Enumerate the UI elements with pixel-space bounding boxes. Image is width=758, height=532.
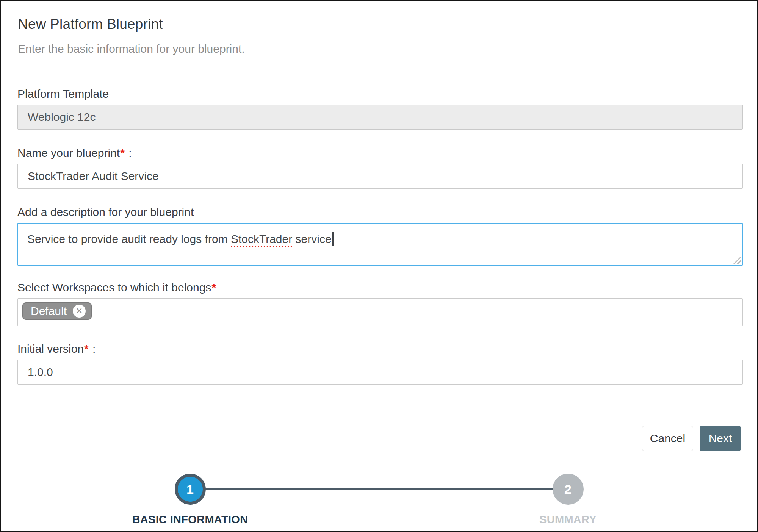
description-label: Add a description for your blueprint [17, 205, 741, 219]
new-platform-blueprint-dialog: New Platform Blueprint Enter the basic i… [0, 0, 758, 532]
next-button[interactable]: Next [700, 426, 741, 451]
wizard-stepper: 1 BASIC INFORMATION 2 SUMMARY [1, 465, 757, 532]
description-textarea[interactable]: Service to provide audit ready logs from… [17, 223, 743, 266]
step-2-label: SUMMARY [539, 513, 597, 526]
initial-version-value: 1.0.0 [28, 366, 53, 379]
cancel-button[interactable]: Cancel [642, 426, 693, 451]
blueprint-name-value: StockTrader Audit Service [28, 170, 159, 183]
blueprint-name-input[interactable]: StockTrader Audit Service [17, 164, 743, 189]
blueprint-name-label: Name your blueprint* : [17, 146, 741, 160]
step-1-circle: 1 [175, 474, 206, 505]
description-misspelled-word: StockTrader [231, 233, 292, 247]
description-text-before: Service to provide audit ready logs from [27, 233, 231, 245]
remove-tag-icon[interactable]: ✕ [73, 305, 86, 318]
stepper-step-basic-information: 1 BASIC INFORMATION [111, 474, 270, 526]
workspaces-label: Select Workspaces to which it belongs* [17, 281, 741, 294]
workspace-tag-default: Default ✕ [22, 302, 92, 320]
page-title: New Platform Blueprint [18, 16, 740, 32]
required-asterisk: * [120, 147, 125, 159]
workspaces-select[interactable]: Default ✕ [17, 298, 743, 326]
required-asterisk: * [84, 343, 89, 355]
step-1-label: BASIC INFORMATION [132, 513, 248, 526]
workspace-tag-label: Default [31, 305, 67, 318]
dialog-header: New Platform Blueprint Enter the basic i… [1, 1, 757, 68]
blueprint-form: Platform Template Weblogic 12c Name your… [1, 87, 757, 385]
platform-template-field: Weblogic 12c [17, 105, 743, 130]
text-cursor [332, 232, 334, 246]
textarea-resize-grip-icon[interactable] [733, 256, 741, 264]
initial-version-label: Initial version* : [17, 342, 741, 356]
initial-version-input[interactable]: 1.0.0 [17, 360, 743, 385]
description-text-after: service [292, 233, 331, 245]
step-2-circle: 2 [553, 474, 584, 505]
platform-template-value: Weblogic 12c [28, 111, 96, 124]
page-subtitle: Enter the basic information for your blu… [18, 42, 740, 55]
stepper-step-summary: 2 SUMMARY [489, 474, 648, 526]
required-asterisk: * [211, 281, 217, 294]
dialog-footer: Cancel Next [1, 410, 757, 465]
platform-template-label: Platform Template [17, 87, 741, 101]
